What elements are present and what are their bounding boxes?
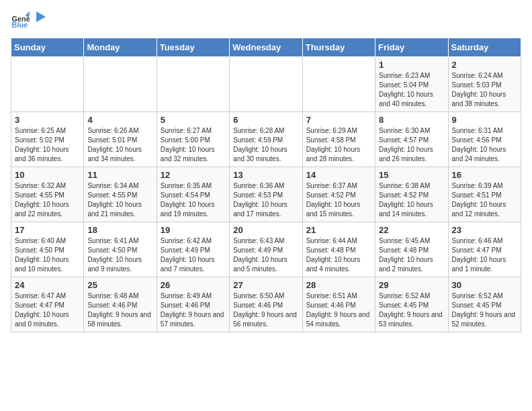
calendar-cell: 22Sunrise: 6:45 AMSunset: 4:48 PMDayligh… bbox=[375, 222, 448, 277]
day-info: Sunrise: 6:35 AMSunset: 4:54 PMDaylight:… bbox=[161, 181, 226, 219]
day-number: 8 bbox=[379, 115, 444, 125]
header-day-saturday: Saturday bbox=[448, 38, 521, 57]
calendar-cell: 18Sunrise: 6:41 AMSunset: 4:50 PMDayligh… bbox=[84, 222, 157, 277]
day-info: Sunrise: 6:44 AMSunset: 4:48 PMDaylight:… bbox=[306, 236, 371, 274]
logo-arrow-icon bbox=[32, 10, 47, 25]
page-header: General Blue bbox=[11, 11, 521, 30]
calendar-cell: 9Sunrise: 6:31 AMSunset: 4:56 PMDaylight… bbox=[448, 112, 521, 167]
day-info: Sunrise: 6:31 AMSunset: 4:56 PMDaylight:… bbox=[452, 126, 517, 164]
day-number: 30 bbox=[452, 280, 517, 290]
calendar-cell: 6Sunrise: 6:28 AMSunset: 4:59 PMDaylight… bbox=[230, 112, 302, 167]
day-number: 3 bbox=[15, 115, 80, 125]
calendar-cell: 16Sunrise: 6:39 AMSunset: 4:51 PMDayligh… bbox=[448, 167, 521, 222]
day-info: Sunrise: 6:28 AMSunset: 4:59 PMDaylight:… bbox=[233, 126, 298, 164]
day-info: Sunrise: 6:24 AMSunset: 5:03 PMDaylight:… bbox=[452, 71, 517, 109]
calendar-week-2: 3Sunrise: 6:25 AMSunset: 5:02 PMDaylight… bbox=[11, 112, 521, 167]
day-info: Sunrise: 6:29 AMSunset: 4:58 PMDaylight:… bbox=[306, 126, 371, 164]
svg-marker-4 bbox=[36, 11, 46, 22]
logo: General Blue bbox=[11, 11, 47, 30]
calendar-cell: 15Sunrise: 6:38 AMSunset: 4:52 PMDayligh… bbox=[375, 167, 448, 222]
calendar-cell: 23Sunrise: 6:46 AMSunset: 4:47 PMDayligh… bbox=[448, 222, 521, 277]
day-number: 2 bbox=[452, 60, 517, 70]
calendar-cell: 13Sunrise: 6:36 AMSunset: 4:53 PMDayligh… bbox=[230, 167, 302, 222]
calendar-cell: 8Sunrise: 6:30 AMSunset: 4:57 PMDaylight… bbox=[375, 112, 448, 167]
day-info: Sunrise: 6:46 AMSunset: 4:47 PMDaylight:… bbox=[452, 236, 517, 274]
day-info: Sunrise: 6:26 AMSunset: 5:01 PMDaylight:… bbox=[87, 126, 152, 164]
day-number: 23 bbox=[452, 225, 517, 235]
day-info: Sunrise: 6:30 AMSunset: 4:57 PMDaylight:… bbox=[379, 126, 444, 164]
calendar-cell: 21Sunrise: 6:44 AMSunset: 4:48 PMDayligh… bbox=[302, 222, 375, 277]
calendar-week-5: 24Sunrise: 6:47 AMSunset: 4:47 PMDayligh… bbox=[11, 277, 521, 332]
day-info: Sunrise: 6:41 AMSunset: 4:50 PMDaylight:… bbox=[87, 236, 152, 274]
day-number: 15 bbox=[379, 170, 444, 180]
calendar-cell bbox=[157, 57, 229, 112]
day-number: 14 bbox=[306, 170, 371, 180]
calendar-cell: 2Sunrise: 6:24 AMSunset: 5:03 PMDaylight… bbox=[448, 57, 521, 112]
logo-icon: General Blue bbox=[11, 11, 30, 30]
day-number: 9 bbox=[452, 115, 517, 125]
calendar-cell bbox=[11, 57, 84, 112]
calendar-cell: 27Sunrise: 6:50 AMSunset: 4:46 PMDayligh… bbox=[230, 277, 302, 332]
calendar-cell: 30Sunrise: 6:52 AMSunset: 4:45 PMDayligh… bbox=[448, 277, 521, 332]
day-number: 29 bbox=[379, 280, 444, 290]
day-number: 5 bbox=[161, 115, 226, 125]
day-number: 24 bbox=[15, 280, 80, 290]
day-number: 6 bbox=[233, 115, 298, 125]
day-info: Sunrise: 6:27 AMSunset: 5:00 PMDaylight:… bbox=[161, 126, 226, 164]
calendar-cell: 12Sunrise: 6:35 AMSunset: 4:54 PMDayligh… bbox=[157, 167, 229, 222]
day-number: 28 bbox=[306, 280, 371, 290]
day-number: 26 bbox=[161, 280, 226, 290]
calendar-cell: 7Sunrise: 6:29 AMSunset: 4:58 PMDaylight… bbox=[302, 112, 375, 167]
header-day-thursday: Thursday bbox=[302, 38, 375, 57]
calendar-cell: 10Sunrise: 6:32 AMSunset: 4:55 PMDayligh… bbox=[11, 167, 84, 222]
day-info: Sunrise: 6:43 AMSunset: 4:49 PMDaylight:… bbox=[233, 236, 298, 274]
calendar-cell: 14Sunrise: 6:37 AMSunset: 4:52 PMDayligh… bbox=[302, 167, 375, 222]
day-number: 20 bbox=[233, 225, 298, 235]
calendar-cell bbox=[302, 57, 375, 112]
day-number: 21 bbox=[306, 225, 371, 235]
calendar-week-4: 17Sunrise: 6:40 AMSunset: 4:50 PMDayligh… bbox=[11, 222, 521, 277]
day-info: Sunrise: 6:38 AMSunset: 4:52 PMDaylight:… bbox=[379, 181, 444, 219]
day-info: Sunrise: 6:40 AMSunset: 4:50 PMDaylight:… bbox=[15, 236, 80, 274]
day-number: 16 bbox=[452, 170, 517, 180]
calendar-cell bbox=[84, 57, 157, 112]
calendar-cell: 19Sunrise: 6:42 AMSunset: 4:49 PMDayligh… bbox=[157, 222, 229, 277]
day-info: Sunrise: 6:36 AMSunset: 4:53 PMDaylight:… bbox=[233, 181, 298, 219]
day-info: Sunrise: 6:52 AMSunset: 4:45 PMDaylight:… bbox=[379, 291, 444, 329]
day-info: Sunrise: 6:45 AMSunset: 4:48 PMDaylight:… bbox=[379, 236, 444, 274]
day-number: 22 bbox=[379, 225, 444, 235]
calendar-cell: 3Sunrise: 6:25 AMSunset: 5:02 PMDaylight… bbox=[11, 112, 84, 167]
day-info: Sunrise: 6:50 AMSunset: 4:46 PMDaylight:… bbox=[233, 291, 298, 329]
day-number: 17 bbox=[15, 225, 80, 235]
svg-text:Blue: Blue bbox=[12, 21, 28, 29]
calendar-cell: 29Sunrise: 6:52 AMSunset: 4:45 PMDayligh… bbox=[375, 277, 448, 332]
day-info: Sunrise: 6:51 AMSunset: 4:46 PMDaylight:… bbox=[306, 291, 371, 329]
header-day-sunday: Sunday bbox=[11, 38, 84, 57]
day-number: 18 bbox=[87, 225, 152, 235]
calendar-cell: 25Sunrise: 6:48 AMSunset: 4:46 PMDayligh… bbox=[84, 277, 157, 332]
header-day-monday: Monday bbox=[84, 38, 157, 57]
day-number: 7 bbox=[306, 115, 371, 125]
day-number: 4 bbox=[87, 115, 152, 125]
day-number: 19 bbox=[161, 225, 226, 235]
header-row: SundayMondayTuesdayWednesdayThursdayFrid… bbox=[11, 38, 521, 57]
day-number: 10 bbox=[15, 170, 80, 180]
calendar-cell: 5Sunrise: 6:27 AMSunset: 5:00 PMDaylight… bbox=[157, 112, 229, 167]
day-info: Sunrise: 6:23 AMSunset: 5:04 PMDaylight:… bbox=[379, 71, 444, 109]
day-info: Sunrise: 6:52 AMSunset: 4:45 PMDaylight:… bbox=[452, 291, 517, 329]
header-day-tuesday: Tuesday bbox=[157, 38, 229, 57]
calendar-cell: 26Sunrise: 6:49 AMSunset: 4:46 PMDayligh… bbox=[157, 277, 229, 332]
calendar-cell bbox=[230, 57, 302, 112]
day-info: Sunrise: 6:49 AMSunset: 4:46 PMDaylight:… bbox=[161, 291, 226, 329]
day-info: Sunrise: 6:32 AMSunset: 4:55 PMDaylight:… bbox=[15, 181, 80, 219]
calendar-cell: 1Sunrise: 6:23 AMSunset: 5:04 PMDaylight… bbox=[375, 57, 448, 112]
day-number: 13 bbox=[233, 170, 298, 180]
day-number: 12 bbox=[161, 170, 226, 180]
calendar-body: 1Sunrise: 6:23 AMSunset: 5:04 PMDaylight… bbox=[11, 57, 521, 332]
calendar-week-1: 1Sunrise: 6:23 AMSunset: 5:04 PMDaylight… bbox=[11, 57, 521, 112]
calendar-cell: 28Sunrise: 6:51 AMSunset: 4:46 PMDayligh… bbox=[302, 277, 375, 332]
calendar-cell: 11Sunrise: 6:34 AMSunset: 4:55 PMDayligh… bbox=[84, 167, 157, 222]
calendar-week-3: 10Sunrise: 6:32 AMSunset: 4:55 PMDayligh… bbox=[11, 167, 521, 222]
day-number: 1 bbox=[379, 60, 444, 70]
day-number: 25 bbox=[87, 280, 152, 290]
